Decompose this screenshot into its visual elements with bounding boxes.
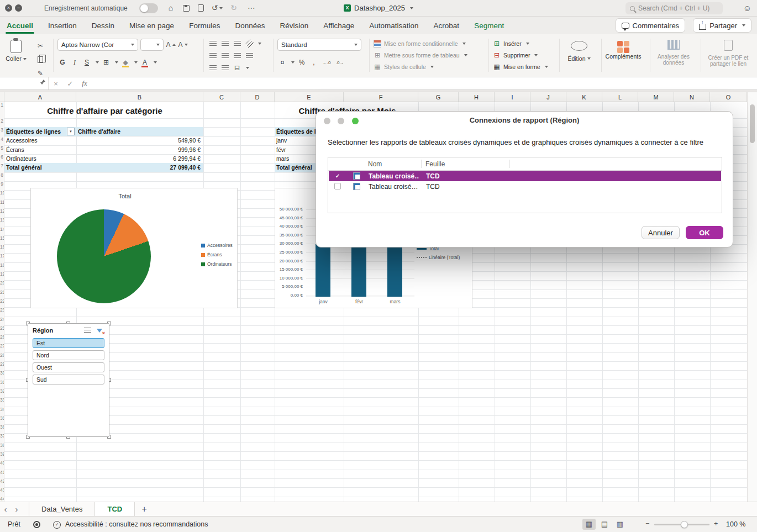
align-right-icon[interactable]: [232, 51, 242, 61]
number-format-select[interactable]: Standard: [277, 39, 361, 51]
bold-button[interactable]: G: [57, 57, 67, 67]
cell-styles-button[interactable]: ▦Styles de cellule: [374, 62, 486, 71]
undo-icon[interactable]: ↺: [211, 3, 223, 12]
column-header-G[interactable]: G: [418, 92, 459, 102]
bar-janv[interactable]: [316, 244, 330, 297]
formula-input[interactable]: [92, 77, 757, 89]
zoom-slider[interactable]: [654, 524, 709, 525]
accessibility-status[interactable]: Accessibilité : consultez nos recommanda…: [65, 520, 208, 528]
confirm-entry-icon[interactable]: ✓: [63, 80, 77, 88]
column-header-H[interactable]: H: [459, 92, 495, 102]
column-header-J[interactable]: J: [530, 92, 566, 102]
merge-center-icon[interactable]: ⊟: [232, 63, 242, 73]
column-header-F[interactable]: F: [344, 92, 418, 102]
column-header-A[interactable]: A: [4, 92, 76, 102]
tab-dessin[interactable]: Dessin: [92, 22, 114, 30]
increase-font-size-icon[interactable]: A: [166, 40, 176, 50]
zoom-in-button[interactable]: +: [714, 520, 718, 528]
name-box[interactable]: [0, 77, 49, 89]
tab-automatisation[interactable]: Automatisation: [369, 22, 418, 30]
format-as-table-button[interactable]: ⊞Mettre sous forme de tableau: [374, 50, 486, 60]
page-layout-view-button[interactable]: ▤: [598, 519, 611, 530]
column-header-M[interactable]: M: [638, 92, 674, 102]
cell-category[interactable]: Accessoires: [4, 136, 76, 145]
vertical-scrollbar[interactable]: [747, 92, 757, 502]
accounting-format-icon[interactable]: ¤: [277, 57, 287, 67]
cell-category[interactable]: Ordinateurs: [4, 154, 76, 163]
name-box-down-icon[interactable]: [40, 82, 44, 85]
insert-cells-button[interactable]: ⊞Insérer: [493, 39, 555, 48]
delete-cells-button[interactable]: ⊟Supprimer: [493, 50, 555, 60]
column-header-C[interactable]: C: [203, 92, 240, 102]
pie-plot[interactable]: [57, 209, 151, 303]
document-title[interactable]: Datashop_2025: [354, 4, 405, 12]
align-center-icon[interactable]: [220, 51, 230, 61]
page-break-view-button[interactable]: ▥: [613, 519, 627, 530]
pie-chart[interactable]: Total Accessoires Écrans Ordinateurs: [30, 188, 238, 308]
slicer-item-sud[interactable]: Sud: [33, 375, 104, 384]
font-name-select[interactable]: Aptos Narrow (Cor: [57, 39, 138, 51]
tab-affichage[interactable]: Affichage: [323, 22, 354, 30]
fill-color-icon[interactable]: ◆: [120, 57, 130, 67]
pivot-category-title[interactable]: Chiffre d'affaire par catégorie: [4, 106, 203, 117]
window-minimize-icon[interactable]: −: [15, 4, 22, 12]
align-left-icon[interactable]: [208, 51, 218, 61]
feedback-smiley-icon[interactable]: ☺: [743, 3, 751, 13]
align-middle-icon[interactable]: [220, 39, 230, 49]
filter-dropdown-icon[interactable]: ▼: [67, 128, 75, 135]
comma-style-icon[interactable]: ,: [309, 57, 319, 67]
checkbox-unchecked-icon[interactable]: [334, 183, 341, 189]
cell-total-label[interactable]: Total général: [4, 163, 76, 172]
cancel-button[interactable]: Annuler: [642, 226, 680, 239]
cell-value[interactable]: 6 299,94 €: [76, 154, 203, 163]
tab-formules[interactable]: Formules: [189, 22, 220, 30]
column-header-I[interactable]: I: [495, 92, 530, 102]
share-button[interactable]: Partager: [693, 18, 751, 33]
cell-category[interactable]: Écrans: [4, 145, 76, 154]
row-number-column[interactable]: 1234567891011121314151617181920212223242…: [0, 102, 4, 502]
align-top-icon[interactable]: [208, 39, 218, 49]
tab-mise-en-page[interactable]: Mise en page: [129, 22, 174, 30]
slicer-item-nord[interactable]: Nord: [33, 350, 104, 360]
cell-revenue-header[interactable]: Chiffre d'affaire: [76, 127, 203, 136]
addins-button[interactable]: Compléments: [604, 39, 642, 74]
cell-value[interactable]: 549,90 €: [76, 136, 203, 145]
name-box-up-icon[interactable]: [42, 80, 45, 82]
sheet-nav-left-icon[interactable]: ‹: [0, 502, 11, 516]
paste-button[interactable]: Coller: [3, 40, 29, 62]
comments-button[interactable]: Commentaires: [616, 18, 686, 33]
align-bottom-icon[interactable]: [232, 39, 242, 49]
tab-insertion[interactable]: Insertion: [48, 22, 77, 30]
percent-style-icon[interactable]: %: [297, 57, 307, 67]
tab-donnees[interactable]: Données: [235, 22, 265, 30]
zoom-out-button[interactable]: −: [645, 520, 649, 528]
slicer-item-ouest[interactable]: Ouest: [33, 362, 104, 372]
save-icon[interactable]: [180, 3, 192, 12]
column-header-D[interactable]: D: [240, 92, 275, 102]
region-slicer[interactable]: Région × EstNordOuestSud: [28, 323, 109, 437]
tab-segment[interactable]: Segment: [474, 22, 504, 30]
zoom-slider-thumb[interactable]: [681, 521, 688, 528]
column-header-nom[interactable]: Nom: [368, 160, 382, 168]
window-close-icon[interactable]: ×: [5, 4, 12, 12]
doc-title-chevron-icon[interactable]: [410, 7, 413, 9]
autosave-toggle[interactable]: [139, 3, 158, 13]
more-commands-icon[interactable]: ⋯: [245, 3, 257, 12]
bar-mars[interactable]: [387, 244, 402, 297]
cut-icon[interactable]: ✂: [35, 41, 45, 51]
edition-icon[interactable]: [571, 41, 587, 51]
column-header-N[interactable]: N: [674, 92, 710, 102]
decrease-decimal-icon[interactable]: .0→: [334, 57, 345, 67]
column-header-B[interactable]: B: [76, 92, 203, 102]
column-header-K[interactable]: K: [566, 92, 602, 102]
conditional-formatting-button[interactable]: Mise en forme conditionnelle: [374, 39, 486, 48]
accessibility-icon[interactable]: ✓: [53, 521, 61, 529]
decrease-font-size-icon[interactable]: A: [178, 40, 188, 50]
font-color-icon[interactable]: A: [140, 57, 150, 67]
slicer-selection[interactable]: Région × EstNordOuestSud: [26, 322, 111, 439]
checkbox-checked-icon[interactable]: ✓: [334, 172, 341, 179]
cell-value[interactable]: 999,96 €: [76, 145, 203, 154]
add-sheet-button[interactable]: +: [135, 502, 154, 516]
scrollbar-thumb[interactable]: [750, 104, 755, 143]
format-cells-button[interactable]: ▦Mise en forme: [493, 62, 555, 71]
